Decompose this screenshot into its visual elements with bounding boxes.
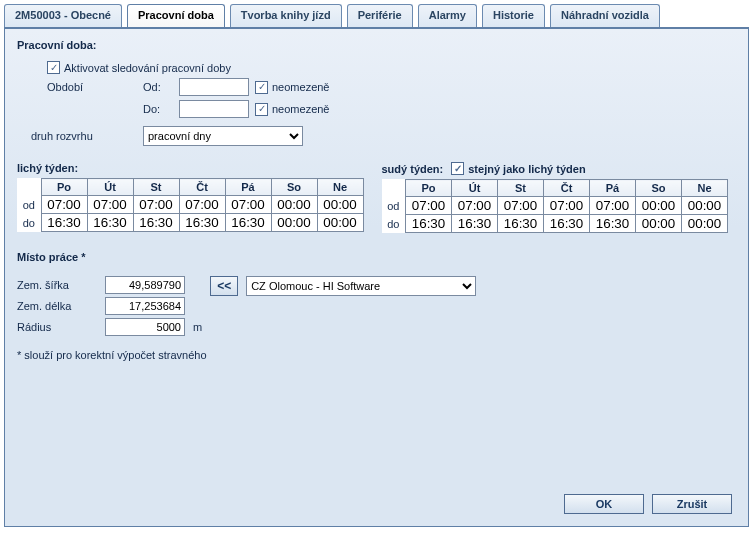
- workplace-block: Místo práce * Zem. šířka Zem. délka Rádi…: [17, 251, 736, 361]
- label-od: Od:: [143, 81, 173, 93]
- even-do-pa[interactable]: [592, 216, 634, 232]
- even-od-po[interactable]: [408, 198, 450, 214]
- checkbox-same-as-odd[interactable]: ✓: [451, 162, 464, 175]
- tab-tvorba-knihy-jizd[interactable]: Tvorba knihy jízd: [230, 4, 342, 27]
- odd-od-so[interactable]: [273, 197, 315, 213]
- odd-do-so[interactable]: [273, 215, 315, 231]
- even-od-ut[interactable]: [454, 198, 496, 214]
- odd-week-block: lichý týden: Po Út St Čt Pá So Ne od: [17, 162, 364, 233]
- input-radius[interactable]: [105, 318, 185, 336]
- row-header-do: do: [382, 215, 406, 233]
- input-od-date[interactable]: [179, 78, 249, 96]
- odd-od-st[interactable]: [135, 197, 177, 213]
- even-od-st[interactable]: [500, 198, 542, 214]
- label-obdobi: Období: [47, 81, 137, 93]
- odd-do-ut[interactable]: [89, 215, 131, 231]
- col-header: Út: [452, 180, 498, 197]
- input-lon[interactable]: [105, 297, 185, 315]
- col-header: So: [271, 179, 317, 196]
- odd-do-pa[interactable]: [227, 215, 269, 231]
- odd-od-ut[interactable]: [89, 197, 131, 213]
- heading-odd-week: lichý týden:: [17, 162, 364, 174]
- checkbox-activate-tracking[interactable]: ✓: [47, 61, 60, 74]
- footnote-workplace: * slouží pro korektní výpočet stravného: [17, 349, 736, 361]
- even-do-ne[interactable]: [684, 216, 726, 232]
- col-header: Ne: [682, 180, 728, 197]
- odd-od-ne[interactable]: [319, 197, 361, 213]
- odd-week-table: Po Út St Čt Pá So Ne od: [17, 178, 364, 232]
- checkbox-do-unlimited[interactable]: ✓: [255, 103, 268, 116]
- heading-workplace: Místo práce *: [17, 251, 736, 263]
- tab-bar: 2M50003 - Obecné Pracovní doba Tvorba kn…: [0, 0, 753, 27]
- input-lat[interactable]: [105, 276, 185, 294]
- tab-historie[interactable]: Historie: [482, 4, 545, 27]
- even-do-so[interactable]: [638, 216, 680, 232]
- even-od-pa[interactable]: [592, 198, 634, 214]
- label-do-unlimited: neomezeně: [272, 103, 330, 115]
- col-header: Čt: [179, 179, 225, 196]
- label-lat: Zem. šířka: [17, 279, 97, 291]
- col-header: Ne: [317, 179, 363, 196]
- odd-do-ct[interactable]: [181, 215, 223, 231]
- tab-periferie[interactable]: Periférie: [347, 4, 413, 27]
- label-radius-unit: m: [193, 321, 202, 333]
- heading-working-hours: Pracovní doba:: [17, 39, 736, 51]
- tab-alarmy[interactable]: Alarmy: [418, 4, 477, 27]
- col-header: Pá: [225, 179, 271, 196]
- row-header-do: do: [17, 214, 41, 232]
- even-do-ct[interactable]: [546, 216, 588, 232]
- col-header: So: [636, 180, 682, 197]
- odd-od-pa[interactable]: [227, 197, 269, 213]
- label-schedule-type: druh rozvrhu: [31, 130, 137, 142]
- col-header: Pá: [590, 180, 636, 197]
- label-activate-tracking: Aktivovat sledování pracovní doby: [64, 62, 231, 74]
- even-do-st[interactable]: [500, 216, 542, 232]
- cancel-button[interactable]: Zrušit: [652, 494, 732, 514]
- ok-button[interactable]: OK: [564, 494, 644, 514]
- input-do-date[interactable]: [179, 100, 249, 118]
- col-header: Út: [87, 179, 133, 196]
- button-bar: OK Zrušit: [564, 494, 732, 514]
- even-do-po[interactable]: [408, 216, 450, 232]
- checkbox-od-unlimited[interactable]: ✓: [255, 81, 268, 94]
- label-radius: Rádius: [17, 321, 97, 333]
- select-schedule-type[interactable]: pracovní dny: [143, 126, 303, 146]
- odd-od-po[interactable]: [43, 197, 85, 213]
- row-header-od: od: [382, 197, 406, 215]
- row-header-od: od: [17, 196, 41, 214]
- select-workplace[interactable]: CZ Olomouc - HI Software: [246, 276, 476, 296]
- odd-do-st[interactable]: [135, 215, 177, 231]
- odd-do-ne[interactable]: [319, 215, 361, 231]
- tab-obecne[interactable]: 2M50003 - Obecné: [4, 4, 122, 27]
- panel-pracovni-doba: Pracovní doba: ✓ Aktivovat sledování pra…: [4, 27, 749, 527]
- label-do: Do:: [143, 103, 173, 115]
- even-do-ut[interactable]: [454, 216, 496, 232]
- odd-do-po[interactable]: [43, 215, 85, 231]
- col-header: Po: [406, 180, 452, 197]
- button-assign-place[interactable]: <<: [210, 276, 238, 296]
- tab-nahradni-vozidla[interactable]: Náhradní vozidla: [550, 4, 660, 27]
- even-od-so[interactable]: [638, 198, 680, 214]
- tab-pracovni-doba[interactable]: Pracovní doba: [127, 4, 225, 27]
- even-week-block: sudý týden: ✓ stejný jako lichý týden Po…: [382, 162, 729, 233]
- even-od-ne[interactable]: [684, 198, 726, 214]
- even-od-ct[interactable]: [546, 198, 588, 214]
- odd-od-ct[interactable]: [181, 197, 223, 213]
- label-same-as-odd: stejný jako lichý týden: [468, 163, 585, 175]
- col-header: St: [133, 179, 179, 196]
- col-header: Čt: [544, 180, 590, 197]
- col-header: St: [498, 180, 544, 197]
- even-week-table: Po Út St Čt Pá So Ne od: [382, 179, 729, 233]
- col-header: Po: [41, 179, 87, 196]
- heading-even-week: sudý týden:: [382, 163, 444, 175]
- label-od-unlimited: neomezeně: [272, 81, 330, 93]
- label-lon: Zem. délka: [17, 300, 97, 312]
